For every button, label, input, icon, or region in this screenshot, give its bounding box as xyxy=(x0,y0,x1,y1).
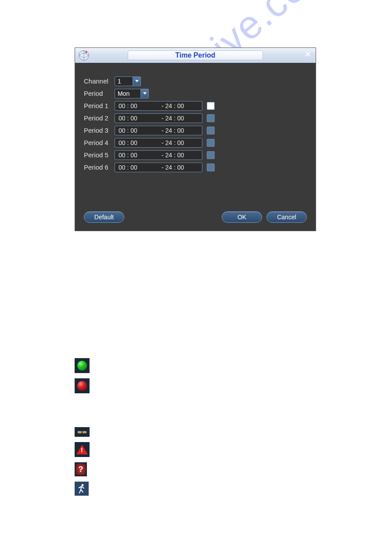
period-4-end: - 24 : 00 xyxy=(155,139,198,146)
default-button[interactable]: Default xyxy=(84,211,124,223)
record-enabled-icon xyxy=(75,358,90,373)
chevron-down-icon xyxy=(140,89,148,98)
ok-button[interactable]: OK xyxy=(222,211,262,223)
period-3-start: 00 : 00 xyxy=(119,127,155,134)
period-1-end: - 24 : 00 xyxy=(155,102,198,109)
period-1-checkbox[interactable] xyxy=(207,102,215,110)
video-loss-icon xyxy=(75,427,90,437)
record-disabled-icon xyxy=(75,378,90,393)
period-4-time-input[interactable]: 00 : 00- 24 : 00 xyxy=(115,138,202,148)
period-6-label: Period 6 xyxy=(84,163,115,171)
period-1-label: Period 1 xyxy=(84,102,115,109)
motion-detect-icon xyxy=(75,482,89,496)
time-period-dialog: Time Period Channel 1 Period Mon Period … xyxy=(75,47,316,231)
channel-select[interactable]: 1 xyxy=(115,76,141,86)
status-icon-group-2: ? xyxy=(75,427,90,501)
period-4-start: 00 : 00 xyxy=(119,139,155,146)
dialog-body: Channel 1 Period Mon Period 100 : 00- 24… xyxy=(75,63,316,173)
channel-label: Channel xyxy=(84,77,115,85)
period-value: Mon xyxy=(118,90,129,97)
period-6-checkbox[interactable] xyxy=(207,163,215,171)
period-6-time-input[interactable]: 00 : 00- 24 : 00 xyxy=(115,163,202,172)
titlebar: Time Period xyxy=(75,48,316,63)
period-2-checkbox[interactable] xyxy=(207,114,215,122)
period-1-start: 00 : 00 xyxy=(119,102,155,109)
period-2-start: 00 : 00 xyxy=(119,115,155,122)
close-icon[interactable] xyxy=(303,51,312,59)
period-2-time-input[interactable]: 00 : 00- 24 : 00 xyxy=(115,113,202,123)
period-5-time-input[interactable]: 00 : 00- 24 : 00 xyxy=(115,150,202,160)
period-3-time-input[interactable]: 00 : 00- 24 : 00 xyxy=(115,126,202,135)
period-4-label: Period 4 xyxy=(84,139,115,146)
period-1-time-input[interactable]: 00 : 00- 24 : 00 xyxy=(115,101,202,111)
period-5-start: 00 : 00 xyxy=(119,152,155,159)
status-icon-group-1 xyxy=(75,358,90,399)
period-3-end: - 24 : 00 xyxy=(155,127,198,134)
cancel-button[interactable]: Cancel xyxy=(266,211,307,223)
period-2-end: - 24 : 00 xyxy=(155,115,198,122)
chevron-down-icon xyxy=(133,77,140,86)
unknown-status-icon: ? xyxy=(75,462,87,476)
period-5-label: Period 5 xyxy=(84,151,115,159)
period-6-start: 00 : 00 xyxy=(119,164,155,171)
alarm-icon xyxy=(75,442,90,457)
period-5-end: - 24 : 00 xyxy=(155,152,198,159)
period-select[interactable]: Mon xyxy=(115,89,149,98)
channel-value: 1 xyxy=(118,78,121,85)
period-5-checkbox[interactable] xyxy=(207,151,215,159)
svg-point-4 xyxy=(82,484,84,486)
period-label: Period xyxy=(84,90,115,97)
clock-globe-icon xyxy=(78,49,90,62)
period-2-label: Period 2 xyxy=(84,114,115,122)
period-6-end: - 24 : 00 xyxy=(155,164,198,171)
dialog-title: Time Period xyxy=(128,51,263,60)
period-3-label: Period 3 xyxy=(84,127,115,134)
period-3-checkbox[interactable] xyxy=(207,127,215,134)
period-4-checkbox[interactable] xyxy=(207,139,215,147)
